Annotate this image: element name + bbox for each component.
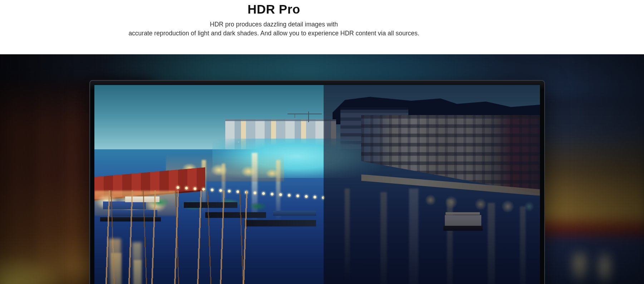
scene-construction-crane bbox=[287, 111, 322, 122]
hdr-pro-section: HDR Pro HDR pro produces dazzling detail… bbox=[0, 0, 644, 284]
scene-foreground-glow bbox=[98, 239, 169, 284]
tv-frame bbox=[89, 80, 545, 284]
section-header: HDR Pro HDR pro produces dazzling detail… bbox=[0, 0, 548, 54]
page-title: HDR Pro bbox=[0, 2, 548, 16]
hero-banner bbox=[0, 54, 644, 284]
comparison-dim-overlay bbox=[324, 85, 540, 284]
description-line-2: accurate reproduction of light and dark … bbox=[0, 29, 548, 38]
tv-screen bbox=[94, 85, 540, 284]
description-line-1: HDR pro produces dazzling detail images … bbox=[0, 20, 548, 29]
